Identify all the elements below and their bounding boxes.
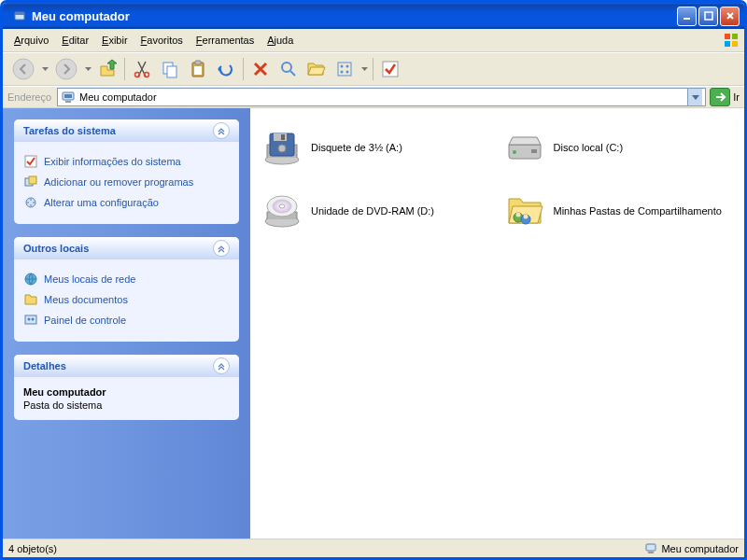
svg-rect-13 [167, 66, 176, 77]
folders-button[interactable] [303, 56, 330, 82]
svg-rect-25 [64, 94, 72, 98]
collapse-icon[interactable] [213, 240, 230, 257]
back-button[interactable] [8, 54, 38, 84]
copy-button[interactable] [157, 56, 183, 82]
documents-icon [23, 292, 38, 307]
panel-title: Outros locais [23, 243, 89, 254]
link-label: Exibir informações do sistema [44, 156, 181, 167]
menu-favoritos[interactable]: Favoritos [134, 33, 190, 48]
drive-hdd[interactable]: Disco local (C:) [502, 125, 736, 170]
panel-other-places: Outros locais Meus locais de rede Meus d… [14, 237, 239, 342]
shared-folder-icon [505, 191, 544, 231]
views-button[interactable] [331, 56, 358, 82]
link-label: Meus locais de rede [44, 273, 135, 285]
close-button[interactable] [720, 7, 740, 26]
address-input[interactable]: Meu computador [57, 88, 706, 106]
svg-rect-18 [338, 63, 351, 76]
menubar: Arquivo Editar Exibir Favoritos Ferramen… [3, 29, 744, 52]
cut-button[interactable] [129, 56, 155, 82]
drive-dvd[interactable]: Unidade de DVD-RAM (D:) [260, 189, 493, 233]
svg-rect-50 [646, 544, 655, 551]
addressbar: Endereço Meu computador Ir [3, 86, 744, 108]
collapse-icon[interactable] [213, 122, 230, 139]
details-body: Meu computador Pasta do sistema [14, 377, 239, 420]
forward-dropdown[interactable] [83, 67, 92, 71]
up-button[interactable] [94, 56, 120, 82]
content-area: Tarefas do sistema Exibir informações do… [3, 108, 744, 539]
menu-exibir[interactable]: Exibir [95, 33, 134, 48]
svg-point-20 [346, 65, 349, 68]
panel-system-tasks: Tarefas do sistema Exibir informações do… [14, 119, 239, 224]
paste-button[interactable] [185, 56, 211, 82]
panel-title: Detalhes [23, 360, 66, 371]
svg-rect-1 [15, 12, 24, 15]
back-dropdown[interactable] [40, 67, 49, 71]
address-dropdown[interactable] [687, 89, 702, 105]
svg-point-49 [523, 215, 528, 219]
link-add-remove[interactable]: Adicionar ou remover programas [23, 172, 230, 192]
panel-body: Meus locais de rede Meus documentos Pain… [14, 259, 239, 342]
hdd-icon [505, 128, 544, 167]
forward-button[interactable] [51, 54, 81, 84]
address-label: Endereço [7, 91, 51, 103]
menu-ajuda[interactable]: Ajuda [261, 33, 300, 48]
status-right: Meu computador [644, 542, 739, 555]
link-network[interactable]: Meus locais de rede [23, 269, 230, 289]
status-left: 4 objeto(s) [8, 543, 57, 554]
menu-editar[interactable]: Editar [55, 33, 95, 48]
link-settings[interactable]: Alterar uma configuração [23, 192, 230, 213]
my-computer-icon [644, 542, 657, 555]
maximize-button[interactable] [698, 7, 718, 26]
svg-rect-15 [195, 61, 201, 64]
menu-arquivo[interactable]: Arquivo [7, 33, 55, 48]
undo-button[interactable] [213, 56, 239, 82]
panel-details: Detalhes Meu computador Pasta do sistema [14, 355, 239, 420]
settings-icon [23, 195, 38, 210]
drive-label: Disco local (C:) [554, 141, 624, 154]
svg-rect-3 [705, 12, 712, 20]
check-button[interactable] [377, 56, 403, 82]
menu-ferramentas[interactable]: Ferramentas [190, 33, 261, 48]
control-panel-icon [23, 313, 38, 328]
panel-body: Exibir informações do sistema Adicionar … [14, 142, 239, 224]
details-type: Pasta do sistema [23, 399, 230, 411]
panel-header[interactable]: Tarefas do sistema [14, 119, 239, 142]
drive-floppy[interactable]: Disquete de 3½ (A:) [260, 125, 493, 170]
toolbar-separator [124, 58, 125, 80]
drive-label: Disquete de 3½ (A:) [311, 141, 402, 154]
svg-point-10 [135, 73, 140, 77]
svg-rect-23 [383, 62, 398, 77]
svg-point-21 [341, 71, 344, 74]
link-control-panel[interactable]: Painel de controle [23, 310, 230, 330]
delete-button[interactable] [247, 56, 274, 82]
go-label: Ir [733, 91, 740, 103]
svg-point-40 [513, 150, 516, 154]
explorer-window: Meu computador Arquivo Editar Exibir Fav… [0, 0, 747, 560]
link-label: Meus documentos [44, 294, 128, 305]
link-system-info[interactable]: Exibir informações do sistema [23, 151, 230, 172]
collapse-icon[interactable] [213, 357, 230, 374]
panel-header[interactable]: Detalhes [14, 355, 239, 377]
titlebar[interactable]: Meu computador [3, 3, 744, 29]
link-documents[interactable]: Meus documentos [23, 289, 230, 310]
network-icon [23, 272, 38, 287]
svg-rect-38 [281, 134, 285, 140]
svg-point-39 [278, 145, 286, 152]
panel-header[interactable]: Outros locais [14, 237, 239, 259]
search-button[interactable] [275, 56, 302, 82]
views-dropdown[interactable] [359, 67, 369, 71]
main-view: Disquete de 3½ (A:) Disco local (C:) Uni… [250, 108, 744, 539]
drive-label: Unidade de DVD-RAM (D:) [311, 204, 434, 217]
toolbar-separator [243, 58, 244, 80]
minimize-button[interactable] [677, 7, 697, 26]
tasks-sidebar: Tarefas do sistema Exibir informações do… [3, 108, 250, 539]
svg-point-34 [32, 318, 35, 321]
windows-flag-icon [723, 32, 740, 49]
svg-point-33 [28, 318, 31, 321]
svg-point-19 [341, 65, 344, 68]
panel-title: Tarefas do sistema [23, 125, 116, 136]
link-label: Alterar uma configuração [44, 197, 159, 208]
go-button[interactable] [710, 88, 730, 106]
drives-grid: Disquete de 3½ (A:) Disco local (C:) Uni… [260, 125, 735, 233]
drive-shared[interactable]: Minhas Pastas de Compartilhamento [502, 189, 736, 233]
